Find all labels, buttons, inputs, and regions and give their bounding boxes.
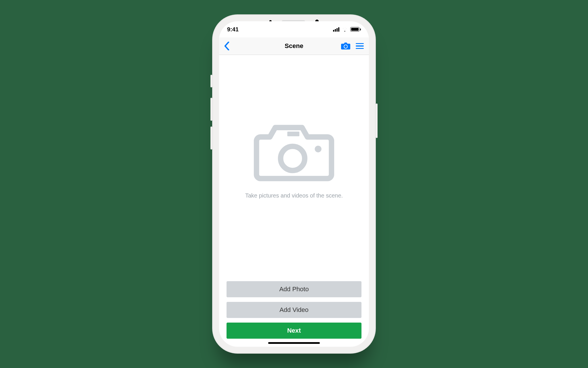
menu-button[interactable] xyxy=(356,43,364,49)
bottom-actions: Add Photo Add Video Next xyxy=(219,277,369,347)
back-button[interactable] xyxy=(224,42,229,50)
add-video-button[interactable]: Add Video xyxy=(227,302,361,318)
svg-point-4 xyxy=(315,146,321,152)
svg-point-3 xyxy=(281,146,305,170)
status-time: 9:41 xyxy=(227,26,239,33)
phone-mockup: 9:41 Scene xyxy=(212,14,376,354)
battery-icon xyxy=(350,27,361,32)
add-photo-button[interactable]: Add Photo xyxy=(227,281,361,297)
main-content: Take pictures and videos of the scene. xyxy=(219,55,369,277)
wifi-icon xyxy=(342,27,348,32)
page-title: Scene xyxy=(250,42,338,50)
camera-button[interactable] xyxy=(341,42,351,50)
next-button[interactable]: Next xyxy=(227,323,361,339)
home-indicator[interactable] xyxy=(268,342,320,344)
status-bar: 9:41 xyxy=(219,21,369,37)
navigation-bar: Scene xyxy=(219,37,369,55)
cellular-signal-icon xyxy=(333,27,339,32)
svg-rect-2 xyxy=(287,132,299,136)
placeholder-hint: Take pictures and videos of the scene. xyxy=(245,192,343,199)
screen: 9:41 Scene xyxy=(219,21,369,347)
camera-placeholder-icon xyxy=(254,118,334,186)
